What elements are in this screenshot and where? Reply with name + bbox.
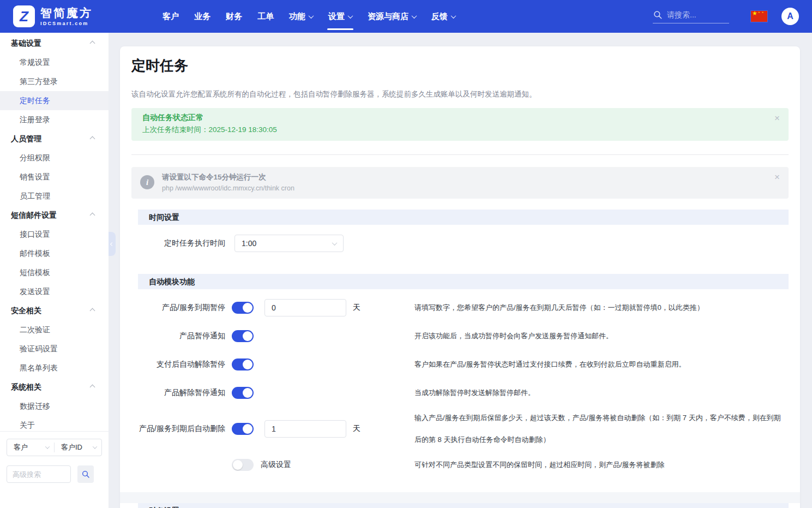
chevron-down-icon xyxy=(348,13,353,19)
sidebar-item-email-templates[interactable]: 邮件模板 xyxy=(0,244,109,263)
setting-description: 开启该功能后，当成功暂停时会向客户发送服务暂停通知邮件。 xyxy=(414,325,789,347)
advanced-search-button[interactable] xyxy=(77,465,94,483)
top-navbar: Z 智简魔方 IDCSmart.com 客户 业务 财务 工单 功能 设置 资源… xyxy=(0,0,812,33)
cron-status-title: 自动任务状态正常 xyxy=(142,113,778,123)
group-title-label: 安全相关 xyxy=(11,306,41,316)
chevron-up-icon xyxy=(90,41,95,46)
cron-command-text: php /www/wwwroot/idc.mmxcy.cn/think cron xyxy=(162,184,294,192)
cron-status-alert: 自动任务状态正常 上次任务结束时间：2025-12-19 18:30:05 × xyxy=(131,108,789,141)
toggle-suspend-on-due[interactable] xyxy=(232,302,254,314)
cron-settings-page: 定时任务 该自动化设置允许您配置系统所有的自动化过程，包括自动暂停删除服务器，系… xyxy=(120,46,800,508)
toggle-unsuspend-on-payment[interactable] xyxy=(232,358,254,370)
setting-controls xyxy=(232,330,414,342)
group-title-label: 短信邮件设置 xyxy=(11,211,57,220)
customer-type-select[interactable]: 客户 xyxy=(7,443,54,452)
delete-days-input[interactable] xyxy=(264,420,346,438)
global-search-input[interactable] xyxy=(667,10,721,19)
nav-item-settings[interactable]: 设置 xyxy=(328,0,352,33)
advanced-search-input[interactable] xyxy=(7,465,71,483)
chevron-down-icon xyxy=(451,13,456,19)
sidebar-item-staff-management[interactable]: 员工管理 xyxy=(0,187,109,206)
sidebar-group-sms-email[interactable]: 短信邮件设置 xyxy=(0,206,109,225)
user-avatar[interactable]: A xyxy=(781,8,799,25)
divider xyxy=(131,154,789,155)
sidebar-group-personnel[interactable]: 人员管理 xyxy=(0,129,109,148)
nav-item-label: 工单 xyxy=(257,11,274,22)
nav-item-customers[interactable]: 客户 xyxy=(163,0,179,33)
close-icon[interactable]: × xyxy=(774,172,780,182)
sidebar-group-security[interactable]: 安全相关 xyxy=(0,301,109,320)
setting-row-advanced: 高级设置 可针对不同产品类型设置不同的保留时间，超过相应时间，则产品/服务将被删… xyxy=(138,451,789,479)
global-search[interactable] xyxy=(653,10,729,23)
group-title-label: 人员管理 xyxy=(11,134,41,144)
sidebar-item-register-login[interactable]: 注册登录 xyxy=(0,110,109,129)
nav-item-resources-store[interactable]: 资源与商店 xyxy=(368,0,416,33)
nav-item-tickets[interactable]: 工单 xyxy=(257,0,274,33)
chevron-left-icon xyxy=(110,242,114,246)
brand-domain: IDCSmart.com xyxy=(40,21,93,26)
setting-label: 产品解除暂停通知 xyxy=(138,388,225,398)
sidebar-group-system[interactable]: 系统相关 xyxy=(0,378,109,397)
sidebar-menu: 基础设置 常规设置 第三方登录 定时任务 注册登录 人员管理 分组权限 销售设置… xyxy=(0,33,109,431)
toggle-suspend-notice[interactable] xyxy=(232,330,254,342)
select-value: 客户ID xyxy=(61,443,82,452)
setting-label: 产品/服务到期暂停 xyxy=(138,303,225,313)
setting-controls: 天 xyxy=(232,420,414,438)
nav-item-label: 设置 xyxy=(328,11,345,22)
sidebar-item-general-settings[interactable]: 常规设置 xyxy=(0,53,109,72)
sidebar-item-sms-templates[interactable]: 短信模板 xyxy=(0,263,109,282)
brand-logo-icon: Z xyxy=(13,5,35,27)
info-icon: i xyxy=(140,175,154,189)
section-header: 自动模块功能 xyxy=(138,274,789,289)
sidebar-item-blacklist[interactable]: 黑名单列表 xyxy=(0,358,109,378)
sidebar-item-sales-settings[interactable]: 销售设置 xyxy=(0,168,109,187)
sidebar-group-basic-settings[interactable]: 基础设置 xyxy=(0,34,109,53)
setting-controls xyxy=(232,387,414,399)
setting-label: 产品暂停通知 xyxy=(138,331,225,341)
nav-item-business[interactable]: 业务 xyxy=(194,0,210,33)
setting-row-suspend-notice: 产品暂停通知 开启该功能后，当成功暂停时会向客户发送服务暂停通知邮件。 xyxy=(138,322,789,350)
setting-row-unsuspend-notice: 产品解除暂停通知 当成功解除暂停时发送解除暂停邮件。 xyxy=(138,379,789,407)
sidebar-item-cron-tasks[interactable]: 定时任务 xyxy=(0,91,109,110)
search-icon xyxy=(653,10,663,20)
sidebar-item-third-party-login[interactable]: 第三方登录 xyxy=(0,72,109,91)
nav-item-feedback[interactable]: 反馈 xyxy=(431,0,455,33)
unit-label: 天 xyxy=(353,424,360,434)
page-layout: 基础设置 常规设置 第三方登录 定时任务 注册登录 人员管理 分组权限 销售设置… xyxy=(0,33,812,508)
chevron-down-icon xyxy=(309,13,314,19)
sidebar-item-captcha-settings[interactable]: 验证码设置 xyxy=(0,339,109,358)
select-value: 客户 xyxy=(14,443,28,452)
sidebar-item-data-migration[interactable]: 数据迁移 xyxy=(0,397,109,416)
setting-description: 请填写数字，您希望客户的产品/服务在到期几天后暂停（如：一过期就暂停填0，以此类… xyxy=(414,297,789,319)
toggle-advanced-settings[interactable] xyxy=(232,459,254,471)
section-body: 产品/服务到期暂停 天 请填写数字，您希望客户的产品/服务在到期几天后暂停（如：… xyxy=(138,289,789,485)
china-flag-icon[interactable] xyxy=(751,11,767,22)
sidebar-collapse-handle[interactable] xyxy=(109,232,116,256)
brand-logo[interactable]: Z 智简魔方 IDCSmart.com xyxy=(13,5,93,27)
cron-command-body: 请设置以下命令15分钟运行一次 php /www/wwwroot/idc.mmx… xyxy=(162,172,294,192)
section-finance-settings: 财务设置 xyxy=(138,503,789,508)
chevron-up-icon xyxy=(90,308,95,314)
customer-field-select[interactable]: 客户ID xyxy=(55,443,101,452)
close-icon[interactable]: × xyxy=(774,113,780,123)
chevron-down-icon xyxy=(45,444,50,449)
sidebar-item-group-permissions[interactable]: 分组权限 xyxy=(0,148,109,168)
cron-time-select[interactable]: 1:00 xyxy=(234,235,344,252)
toggle-auto-delete[interactable] xyxy=(232,423,254,435)
setting-label: 支付后自动解除暂停 xyxy=(138,360,225,369)
toggle-unsuspend-notice[interactable] xyxy=(232,387,254,399)
setting-row-auto-delete: 产品/服务到期后自动删除 天 输入产品/服务在到期后保留多少天，超过该天数，产品… xyxy=(138,407,789,451)
nav-item-finance[interactable]: 财务 xyxy=(226,0,242,33)
suspend-days-input[interactable] xyxy=(264,299,346,316)
sidebar-item-two-factor[interactable]: 二次验证 xyxy=(0,320,109,339)
cron-command-notice: i 请设置以下命令15分钟运行一次 php /www/wwwroot/idc.m… xyxy=(131,167,789,199)
nav-item-features[interactable]: 功能 xyxy=(289,0,313,33)
sidebar-item-send-settings[interactable]: 发送设置 xyxy=(0,282,109,301)
sidebar-item-api-settings[interactable]: 接口设置 xyxy=(0,225,109,244)
setting-row-suspend-on-due: 产品/服务到期暂停 天 请填写数字，您希望客户的产品/服务在到期几天后暂停（如：… xyxy=(138,294,789,322)
chevron-down-icon xyxy=(412,13,417,19)
brand-logo-glyph: Z xyxy=(20,8,28,25)
nav-item-label: 客户 xyxy=(163,11,179,22)
sidebar-item-about[interactable]: 关于 xyxy=(0,416,109,431)
setting-controls xyxy=(232,358,414,370)
